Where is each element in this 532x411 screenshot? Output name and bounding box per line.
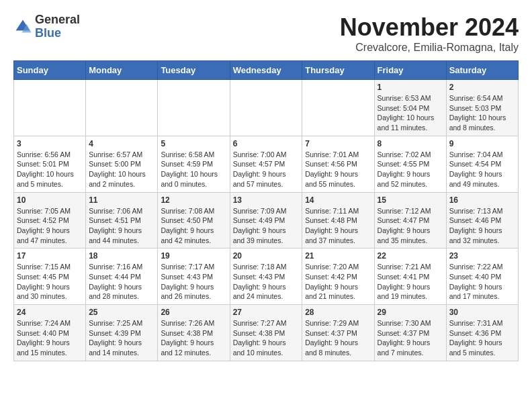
calendar-cell: 16Sunrise: 7:13 AM Sunset: 4:46 PM Dayli… xyxy=(446,192,518,248)
header-thursday: Thursday xyxy=(302,61,374,80)
day-number: 6 xyxy=(233,139,300,148)
day-content: Sunrise: 7:20 AM Sunset: 4:42 PM Dayligh… xyxy=(305,262,371,302)
calendar-cell: 4Sunrise: 6:57 AM Sunset: 5:00 PM Daylig… xyxy=(86,136,158,192)
calendar-cell: 26Sunrise: 7:26 AM Sunset: 4:38 PM Dayli… xyxy=(158,305,230,361)
day-number: 29 xyxy=(378,308,443,317)
header-monday: Monday xyxy=(86,61,158,80)
day-number: 14 xyxy=(305,195,371,205)
calendar-cell: 21Sunrise: 7:20 AM Sunset: 4:42 PM Dayli… xyxy=(302,248,374,305)
header-wednesday: Wednesday xyxy=(230,61,302,80)
day-content: Sunrise: 7:12 AM Sunset: 4:47 PM Dayligh… xyxy=(378,206,443,246)
day-content: Sunrise: 7:02 AM Sunset: 4:55 PM Dayligh… xyxy=(378,150,443,189)
calendar-cell: 3Sunrise: 6:56 AM Sunset: 5:01 PM Daylig… xyxy=(14,136,86,192)
logo-general: General xyxy=(35,13,80,27)
day-number: 27 xyxy=(233,308,300,317)
day-content: Sunrise: 6:53 AM Sunset: 5:04 PM Dayligh… xyxy=(378,93,443,133)
logo-text: General Blue xyxy=(35,13,80,40)
day-content: Sunrise: 7:08 AM Sunset: 4:50 PM Dayligh… xyxy=(161,206,226,246)
calendar-cell: 5Sunrise: 6:58 AM Sunset: 4:59 PM Daylig… xyxy=(158,136,230,192)
day-content: Sunrise: 6:54 AM Sunset: 5:03 PM Dayligh… xyxy=(449,93,515,133)
day-content: Sunrise: 6:56 AM Sunset: 5:01 PM Dayligh… xyxy=(17,150,83,189)
day-content: Sunrise: 7:05 AM Sunset: 4:52 PM Dayligh… xyxy=(17,206,83,246)
day-content: Sunrise: 7:30 AM Sunset: 4:37 PM Dayligh… xyxy=(378,318,443,358)
calendar-cell: 30Sunrise: 7:31 AM Sunset: 4:36 PM Dayli… xyxy=(446,305,518,361)
day-number: 1 xyxy=(378,83,443,92)
calendar-cell xyxy=(14,80,86,136)
day-content: Sunrise: 7:17 AM Sunset: 4:43 PM Dayligh… xyxy=(161,262,226,302)
calendar-cell: 8Sunrise: 7:02 AM Sunset: 4:55 PM Daylig… xyxy=(374,136,446,192)
calendar-cell: 1Sunrise: 6:53 AM Sunset: 5:04 PM Daylig… xyxy=(374,80,446,136)
calendar-cell: 9Sunrise: 7:04 AM Sunset: 4:54 PM Daylig… xyxy=(446,136,518,192)
day-number: 9 xyxy=(449,139,515,148)
day-number: 26 xyxy=(161,308,226,317)
logo-blue: Blue xyxy=(35,27,80,40)
calendar-cell: 19Sunrise: 7:17 AM Sunset: 4:43 PM Dayli… xyxy=(158,248,230,305)
week-row-3: 10Sunrise: 7:05 AM Sunset: 4:52 PM Dayli… xyxy=(14,192,519,248)
calendar-cell: 14Sunrise: 7:11 AM Sunset: 4:48 PM Dayli… xyxy=(302,192,374,248)
day-number: 8 xyxy=(378,139,443,148)
day-number: 25 xyxy=(89,308,154,317)
day-number: 21 xyxy=(305,251,371,261)
day-content: Sunrise: 7:18 AM Sunset: 4:43 PM Dayligh… xyxy=(233,262,300,302)
calendar-cell xyxy=(230,80,302,136)
title-block: November 2024 Crevalcore, Emilia-Romagna… xyxy=(340,13,519,54)
calendar-cell: 18Sunrise: 7:16 AM Sunset: 4:44 PM Dayli… xyxy=(86,248,158,305)
week-row-2: 3Sunrise: 6:56 AM Sunset: 5:01 PM Daylig… xyxy=(14,136,519,192)
calendar-cell xyxy=(86,80,158,136)
day-content: Sunrise: 7:21 AM Sunset: 4:41 PM Dayligh… xyxy=(378,262,443,302)
day-content: Sunrise: 7:29 AM Sunset: 4:37 PM Dayligh… xyxy=(305,318,371,358)
location-title: Crevalcore, Emilia-Romagna, Italy xyxy=(340,42,519,54)
day-number: 28 xyxy=(305,308,371,317)
day-content: Sunrise: 7:00 AM Sunset: 4:57 PM Dayligh… xyxy=(233,150,300,189)
day-number: 20 xyxy=(233,251,300,261)
day-content: Sunrise: 7:31 AM Sunset: 4:36 PM Dayligh… xyxy=(449,318,515,358)
week-row-5: 24Sunrise: 7:24 AM Sunset: 4:40 PM Dayli… xyxy=(14,305,519,361)
calendar-header-row: SundayMondayTuesdayWednesdayThursdayFrid… xyxy=(14,61,519,80)
day-content: Sunrise: 7:26 AM Sunset: 4:38 PM Dayligh… xyxy=(161,318,226,358)
day-content: Sunrise: 7:16 AM Sunset: 4:44 PM Dayligh… xyxy=(89,262,154,302)
header-sunday: Sunday xyxy=(14,61,86,80)
calendar-cell: 13Sunrise: 7:09 AM Sunset: 4:49 PM Dayli… xyxy=(230,192,302,248)
calendar-cell xyxy=(158,80,230,136)
calendar-cell: 28Sunrise: 7:29 AM Sunset: 4:37 PM Dayli… xyxy=(302,305,374,361)
day-number: 24 xyxy=(17,308,83,317)
calendar-cell: 15Sunrise: 7:12 AM Sunset: 4:47 PM Dayli… xyxy=(374,192,446,248)
calendar-cell: 6Sunrise: 7:00 AM Sunset: 4:57 PM Daylig… xyxy=(230,136,302,192)
day-number: 15 xyxy=(378,195,443,205)
logo: General Blue xyxy=(13,13,80,40)
calendar-cell: 27Sunrise: 7:27 AM Sunset: 4:38 PM Dayli… xyxy=(230,305,302,361)
day-number: 12 xyxy=(161,195,226,205)
day-number: 4 xyxy=(89,139,154,148)
day-number: 23 xyxy=(449,251,515,261)
day-number: 30 xyxy=(449,308,515,317)
day-content: Sunrise: 6:58 AM Sunset: 4:59 PM Dayligh… xyxy=(161,150,226,189)
day-content: Sunrise: 7:11 AM Sunset: 4:48 PM Dayligh… xyxy=(305,206,371,246)
day-content: Sunrise: 7:24 AM Sunset: 4:40 PM Dayligh… xyxy=(17,318,83,358)
header-friday: Friday xyxy=(374,61,446,80)
day-content: Sunrise: 7:25 AM Sunset: 4:39 PM Dayligh… xyxy=(89,318,154,358)
logo-icon xyxy=(13,17,32,36)
calendar-cell: 2Sunrise: 6:54 AM Sunset: 5:03 PM Daylig… xyxy=(446,80,518,136)
week-row-4: 17Sunrise: 7:15 AM Sunset: 4:45 PM Dayli… xyxy=(14,248,519,305)
day-number: 17 xyxy=(17,251,83,261)
header-tuesday: Tuesday xyxy=(158,61,230,80)
calendar: SundayMondayTuesdayWednesdayThursdayFrid… xyxy=(13,60,519,361)
day-content: Sunrise: 7:15 AM Sunset: 4:45 PM Dayligh… xyxy=(17,262,83,302)
day-number: 18 xyxy=(89,251,154,261)
day-number: 5 xyxy=(161,139,226,148)
day-content: Sunrise: 7:04 AM Sunset: 4:54 PM Dayligh… xyxy=(449,150,515,189)
calendar-cell: 12Sunrise: 7:08 AM Sunset: 4:50 PM Dayli… xyxy=(158,192,230,248)
calendar-cell: 24Sunrise: 7:24 AM Sunset: 4:40 PM Dayli… xyxy=(14,305,86,361)
calendar-cell: 23Sunrise: 7:22 AM Sunset: 4:40 PM Dayli… xyxy=(446,248,518,305)
calendar-cell: 20Sunrise: 7:18 AM Sunset: 4:43 PM Dayli… xyxy=(230,248,302,305)
day-number: 22 xyxy=(378,251,443,261)
day-number: 19 xyxy=(161,251,226,261)
month-title: November 2024 xyxy=(340,13,519,42)
calendar-cell: 11Sunrise: 7:06 AM Sunset: 4:51 PM Dayli… xyxy=(86,192,158,248)
day-content: Sunrise: 7:27 AM Sunset: 4:38 PM Dayligh… xyxy=(233,318,300,358)
day-number: 13 xyxy=(233,195,300,205)
day-content: Sunrise: 7:01 AM Sunset: 4:56 PM Dayligh… xyxy=(305,150,371,189)
calendar-cell: 17Sunrise: 7:15 AM Sunset: 4:45 PM Dayli… xyxy=(14,248,86,305)
day-number: 10 xyxy=(17,195,83,205)
day-number: 3 xyxy=(17,139,83,148)
